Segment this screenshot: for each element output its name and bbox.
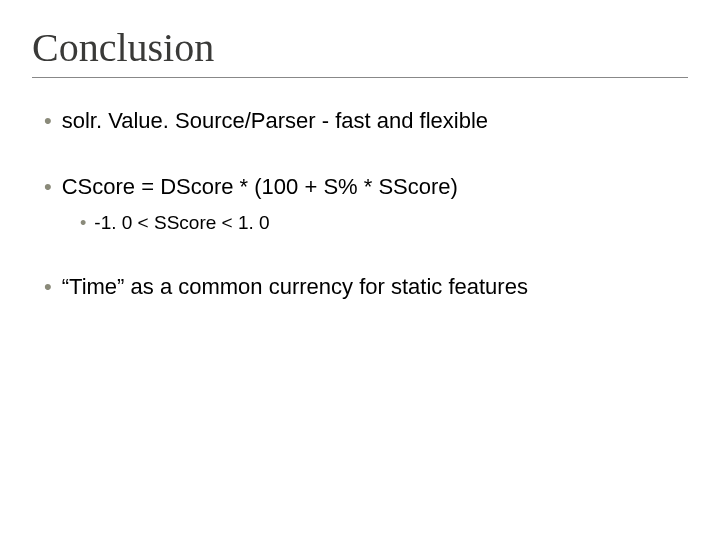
bullet-icon: • xyxy=(44,106,52,136)
bullet-text: CScore = DScore * (100 + S% * SScore) xyxy=(62,172,458,202)
bullet-icon: • xyxy=(80,210,86,236)
bullet-item: • “Time” as a common currency for static… xyxy=(44,272,688,302)
bullet-icon: • xyxy=(44,272,52,302)
sub-bullet-list: • -1. 0 < SScore < 1. 0 xyxy=(44,210,688,236)
bullet-icon: • xyxy=(44,172,52,202)
bullet-item: • CScore = DScore * (100 + S% * SScore) xyxy=(44,172,688,202)
slide: Conclusion • solr. Value. Source/Parser … xyxy=(0,0,720,540)
bullet-item: • solr. Value. Source/Parser - fast and … xyxy=(44,106,688,136)
slide-title: Conclusion xyxy=(32,24,688,78)
sub-bullet-text: -1. 0 < SScore < 1. 0 xyxy=(94,210,269,236)
bullet-list: • solr. Value. Source/Parser - fast and … xyxy=(32,106,688,302)
sub-bullet-item: • -1. 0 < SScore < 1. 0 xyxy=(80,210,688,236)
bullet-text: solr. Value. Source/Parser - fast and fl… xyxy=(62,106,488,136)
bullet-text: “Time” as a common currency for static f… xyxy=(62,272,528,302)
